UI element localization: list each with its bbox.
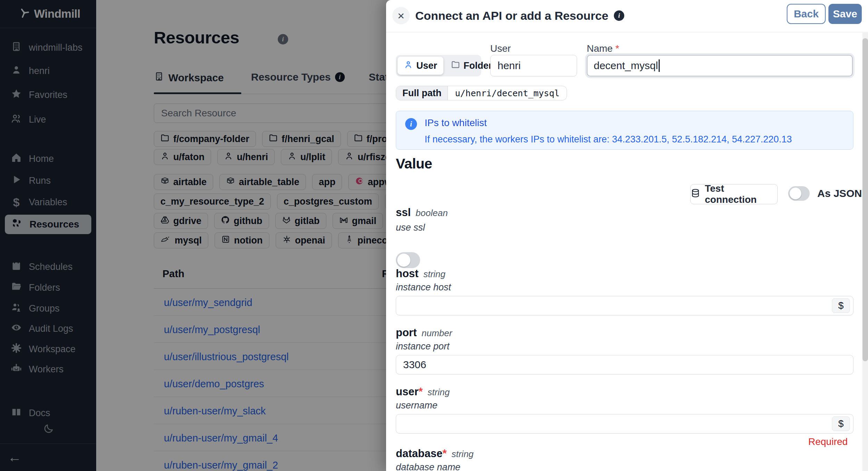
windmill-app: Windmill windmill-labs henri Favorites L… <box>0 0 868 471</box>
field-user-desc: username <box>396 400 437 411</box>
name-field-label: Name * <box>587 43 619 54</box>
test-connection-button[interactable]: Test connection <box>690 184 778 204</box>
toggle-knob <box>790 188 801 199</box>
as-json-toggle[interactable] <box>788 186 810 201</box>
person-icon <box>404 60 413 72</box>
as-json-label: As JSON <box>817 188 862 199</box>
port-input[interactable] <box>396 355 853 374</box>
required-note: Required <box>808 436 848 447</box>
drawer-title: Connect an API or add a Resource i <box>415 0 624 31</box>
host-input[interactable] <box>396 296 853 315</box>
folder-icon <box>451 60 460 72</box>
connect-resource-drawer: × Connect an API or add a Resource i Bac… <box>386 0 868 471</box>
back-button[interactable]: Back <box>787 4 826 24</box>
full-path-value: u/henri/decent_mysql <box>448 86 566 100</box>
field-port-name: portnumber <box>396 327 452 339</box>
drawer-scrollbar-thumb[interactable] <box>862 38 868 361</box>
required-asterisk: * <box>442 447 446 460</box>
field-host-type: string <box>423 269 445 279</box>
field-host-name: hoststring <box>396 267 445 280</box>
user-input[interactable] <box>490 55 577 76</box>
ssl-toggle[interactable] <box>396 252 420 268</box>
field-port-type: number <box>422 328 452 338</box>
required-asterisk: * <box>418 386 423 398</box>
field-ssl-desc: use ssl <box>396 222 425 233</box>
owner-user-option[interactable]: User <box>398 57 443 75</box>
user-variable-picker-button[interactable]: $ <box>832 416 850 431</box>
infobox-body: If necessary, the workers IPs to whiteli… <box>425 134 792 145</box>
text-cursor <box>659 59 660 72</box>
toggle-knob <box>397 254 410 267</box>
save-button[interactable]: Save <box>828 4 862 24</box>
user-field-label: User <box>490 43 511 54</box>
field-database-name: database*string <box>396 447 474 460</box>
full-path-label: Full path <box>396 86 448 100</box>
field-host-desc: instance host <box>396 282 451 293</box>
field-port-desc: instance port <box>396 341 450 352</box>
drawer-title-info-icon[interactable]: i <box>614 10 624 21</box>
required-asterisk: * <box>615 43 619 54</box>
field-user-type: string <box>428 387 450 397</box>
infobox-title: IPs to whitelist <box>425 117 487 129</box>
ip-whitelist-infobox: i IPs to whitelist If necessary, the wor… <box>396 111 853 150</box>
name-input[interactable]: decent_mysql <box>587 55 853 76</box>
owner-kind-toggle: User Folder <box>396 55 481 76</box>
field-database-desc: database name <box>396 462 460 471</box>
full-path: Full path u/henri/decent_mysql <box>396 86 567 100</box>
close-icon[interactable]: × <box>392 7 410 24</box>
value-section-title: Value <box>396 156 432 172</box>
field-database-type: string <box>451 449 474 459</box>
database-icon <box>691 188 700 200</box>
user-value-input[interactable] <box>396 414 853 433</box>
field-ssl-type: boolean <box>416 208 448 218</box>
field-user-name: user*string <box>396 386 450 398</box>
info-icon: i <box>405 118 417 130</box>
field-ssl-name: sslboolean <box>396 206 448 219</box>
host-variable-picker-button[interactable]: $ <box>832 298 850 313</box>
